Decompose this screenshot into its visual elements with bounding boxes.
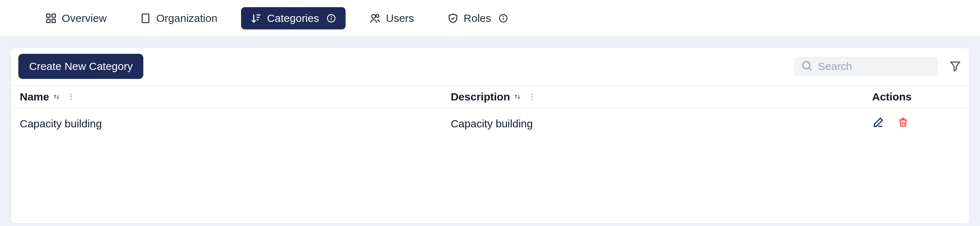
- panel-toolbar: Create New Category: [11, 52, 969, 85]
- svg-point-16: [331, 16, 332, 17]
- create-category-button[interactable]: Create New Category: [18, 54, 143, 79]
- svg-point-27: [531, 94, 532, 95]
- nav-item-categories[interactable]: Categories: [241, 7, 345, 29]
- column-menu-icon[interactable]: [528, 93, 536, 101]
- column-header-actions: Actions: [864, 86, 969, 108]
- shield-check-icon: [447, 13, 459, 24]
- filter-button[interactable]: [949, 60, 962, 73]
- svg-rect-2: [47, 19, 50, 23]
- nav-item-roles[interactable]: Roles: [438, 7, 518, 29]
- svg-point-29: [531, 99, 532, 100]
- nav-item-organization[interactable]: Organization: [130, 7, 227, 29]
- svg-rect-3: [52, 19, 55, 23]
- cell-description: Capacity building: [442, 108, 864, 139]
- column-label: Description: [451, 91, 510, 103]
- column-header-description[interactable]: Description: [442, 86, 864, 108]
- building-icon: [140, 13, 151, 24]
- sort-arrows-icon[interactable]: [513, 93, 522, 101]
- nav-label-users: Users: [386, 12, 414, 24]
- svg-line-23: [809, 68, 811, 70]
- cell-actions: [864, 108, 969, 139]
- svg-rect-4: [142, 14, 149, 23]
- nav-item-overview[interactable]: Overview: [36, 7, 116, 29]
- svg-rect-0: [47, 14, 50, 17]
- svg-point-22: [803, 62, 810, 69]
- svg-point-28: [531, 96, 532, 98]
- svg-point-26: [70, 99, 72, 100]
- svg-point-21: [503, 16, 504, 17]
- svg-point-18: [376, 14, 379, 17]
- column-menu-icon[interactable]: [67, 93, 75, 101]
- nav-label-categories: Categories: [267, 12, 319, 24]
- svg-point-17: [372, 14, 376, 18]
- sort-icon: [250, 13, 262, 24]
- svg-point-25: [70, 96, 72, 98]
- search-input[interactable]: [818, 60, 932, 73]
- categories-panel: Create New Category: [11, 48, 969, 223]
- page-background: Create New Category: [0, 37, 980, 226]
- svg-rect-1: [52, 14, 55, 17]
- edit-icon[interactable]: [872, 116, 885, 131]
- column-label: Actions: [872, 91, 912, 103]
- trash-icon[interactable]: [897, 117, 909, 131]
- svg-point-24: [70, 94, 72, 95]
- info-icon[interactable]: [326, 13, 336, 23]
- top-nav: Overview Organization Categories: [0, 0, 980, 37]
- cell-name: Capacity building: [11, 108, 442, 139]
- nav-label-roles: Roles: [464, 12, 492, 24]
- sort-arrows-icon[interactable]: [52, 93, 61, 101]
- info-icon[interactable]: [498, 13, 508, 23]
- column-header-name[interactable]: Name: [11, 86, 442, 108]
- table-header-row: Name: [11, 86, 969, 108]
- nav-label-overview: Overview: [62, 12, 107, 24]
- categories-table: Name: [11, 85, 969, 139]
- nav-item-users[interactable]: Users: [360, 7, 423, 29]
- users-icon: [369, 13, 381, 24]
- search-icon: [801, 60, 813, 73]
- toolbar-right: [794, 57, 962, 76]
- nav-label-organization: Organization: [156, 12, 217, 24]
- search-box[interactable]: [794, 57, 938, 76]
- column-label: Name: [20, 91, 49, 103]
- table-row: Capacity building Capacity building: [11, 108, 969, 139]
- grid-icon: [45, 13, 57, 24]
